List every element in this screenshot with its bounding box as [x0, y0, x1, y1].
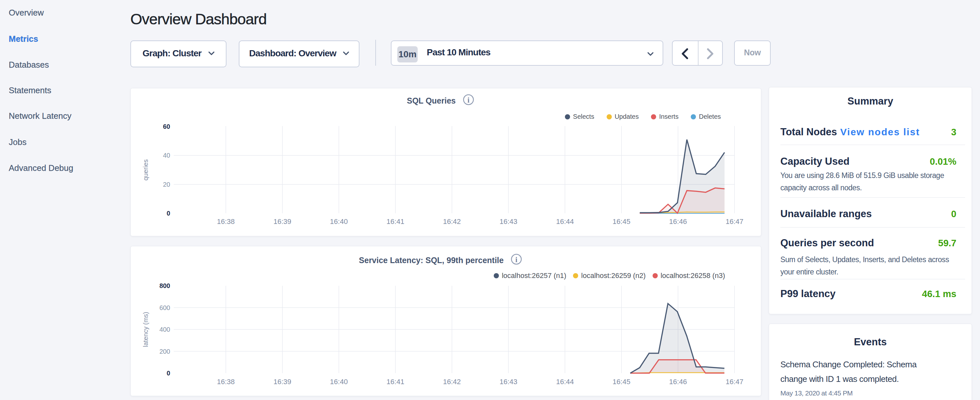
svg-text:600: 600	[159, 304, 170, 311]
svg-text:800: 800	[159, 282, 170, 289]
svg-text:16:40: 16:40	[330, 217, 348, 226]
svg-text:16:40: 16:40	[330, 378, 348, 386]
svg-text:400: 400	[159, 326, 170, 333]
svg-text:16:38: 16:38	[217, 378, 235, 386]
svg-text:16:44: 16:44	[556, 378, 574, 386]
svg-text:0: 0	[167, 210, 170, 217]
svg-text:16:45: 16:45	[612, 217, 630, 226]
svg-text:16:43: 16:43	[500, 378, 517, 386]
svg-text:16:45: 16:45	[612, 378, 630, 386]
svg-text:latency (ms): latency (ms)	[142, 312, 149, 347]
svg-text:16:42: 16:42	[443, 378, 461, 386]
svg-text:0: 0	[167, 370, 170, 377]
svg-text:20: 20	[163, 181, 170, 188]
svg-text:16:46: 16:46	[669, 378, 687, 386]
svg-text:16:47: 16:47	[726, 217, 743, 226]
svg-text:16:44: 16:44	[556, 217, 574, 226]
svg-text:200: 200	[159, 348, 170, 355]
svg-text:40: 40	[163, 152, 170, 159]
svg-text:16:47: 16:47	[726, 378, 743, 386]
svg-text:16:39: 16:39	[274, 217, 291, 226]
svg-text:16:42: 16:42	[443, 217, 461, 226]
svg-text:16:41: 16:41	[387, 217, 404, 226]
svg-text:16:46: 16:46	[669, 217, 687, 226]
svg-text:60: 60	[163, 123, 170, 130]
svg-text:16:43: 16:43	[500, 217, 517, 226]
svg-text:16:39: 16:39	[274, 378, 291, 386]
svg-text:16:38: 16:38	[217, 217, 235, 226]
svg-text:16:41: 16:41	[387, 378, 404, 386]
svg-text:queries: queries	[142, 159, 149, 180]
